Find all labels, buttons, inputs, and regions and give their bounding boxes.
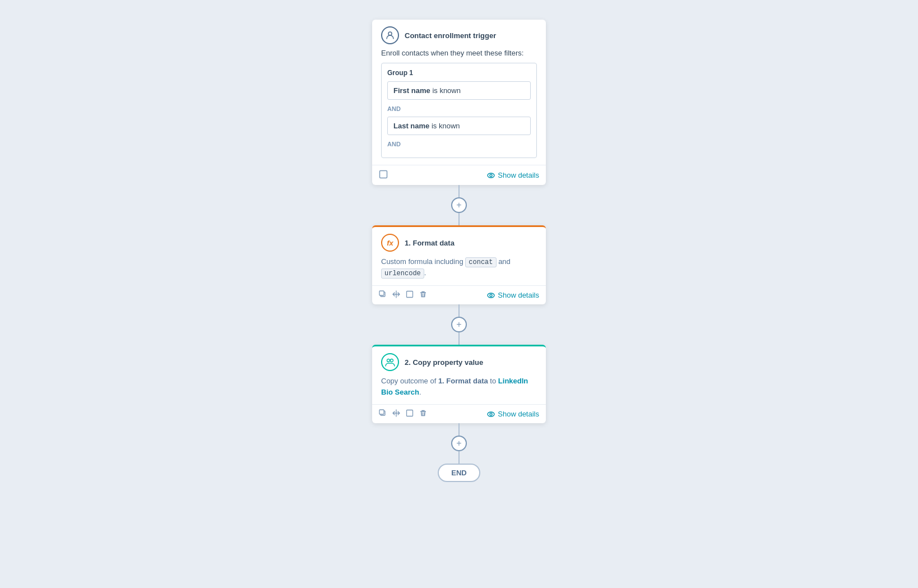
filter-field-lastname: Last name bbox=[393, 122, 429, 130]
add-step-button-1[interactable]: + bbox=[451, 197, 467, 213]
eye-icon-1 bbox=[487, 291, 495, 299]
vline-bottom-1 bbox=[458, 213, 460, 225]
edit-icon-2[interactable] bbox=[406, 409, 414, 419]
checkbox-icon[interactable] bbox=[379, 170, 388, 180]
action-2-footer: Show details bbox=[372, 404, 546, 423]
filter-group: Group 1 First name is known AND Last nam… bbox=[381, 63, 537, 158]
vline-top-1 bbox=[458, 185, 460, 197]
action-1-show-details-button[interactable]: Show details bbox=[487, 291, 539, 299]
trigger-footer: Show details bbox=[372, 165, 546, 185]
svg-point-14 bbox=[488, 412, 494, 416]
eye-icon bbox=[487, 172, 495, 179]
action-2-header: 2. Copy property value bbox=[372, 346, 546, 376]
filter-row-lastname[interactable]: Last name is known bbox=[387, 117, 531, 135]
svg-point-8 bbox=[490, 294, 492, 297]
move-icon-2[interactable] bbox=[392, 409, 400, 419]
action-card-2: 2. Copy property value Copy outcome of 1… bbox=[372, 345, 546, 423]
and-label-1: AND bbox=[387, 103, 531, 114]
eye-icon-2 bbox=[487, 410, 495, 418]
trigger-icon bbox=[381, 26, 399, 44]
action-2-footer-icons bbox=[379, 409, 427, 419]
action-2-title: 2. Copy property value bbox=[405, 358, 483, 367]
svg-rect-6 bbox=[407, 291, 413, 298]
filter-condition-firstname: is known bbox=[432, 86, 461, 95]
trigger-header: Contact enrollment trigger bbox=[372, 20, 546, 49]
action-1-footer-icons bbox=[379, 290, 427, 300]
svg-point-0 bbox=[388, 32, 392, 35]
svg-rect-12 bbox=[379, 410, 384, 414]
svg-point-2 bbox=[488, 173, 494, 178]
and-label-2: AND bbox=[387, 138, 531, 150]
svg-point-10 bbox=[391, 359, 393, 362]
action-1-icon: fx bbox=[381, 234, 399, 252]
workflow-canvas: Contact enrollment trigger Enroll contac… bbox=[372, 20, 546, 482]
add-step-button-3[interactable]: + bbox=[451, 436, 467, 451]
trigger-card: Contact enrollment trigger Enroll contac… bbox=[372, 20, 546, 185]
filter-condition-lastname: is known bbox=[432, 122, 460, 130]
action-2-description: Copy outcome of 1. Format data to Linked… bbox=[372, 376, 546, 404]
action-1-description: Custom formula including concat and urle… bbox=[372, 256, 546, 285]
action-1-footer: Show details bbox=[372, 285, 546, 304]
vline-bottom-3 bbox=[458, 451, 460, 464]
svg-point-3 bbox=[490, 174, 492, 177]
svg-rect-1 bbox=[380, 171, 387, 178]
action-2-icon bbox=[381, 353, 399, 371]
copy-icon-1[interactable] bbox=[379, 290, 387, 300]
group-label: Group 1 bbox=[387, 69, 531, 77]
action-2-show-details-button[interactable]: Show details bbox=[487, 410, 539, 418]
connector-3: + bbox=[372, 423, 546, 464]
connector-1: + bbox=[372, 185, 546, 225]
vline-top-2 bbox=[458, 304, 460, 317]
delete-icon-2[interactable] bbox=[419, 409, 427, 419]
action-card-1: fx 1. Format data Custom formula includi… bbox=[372, 225, 546, 304]
trigger-title: Contact enrollment trigger bbox=[405, 31, 496, 40]
action-1-header: fx 1. Format data bbox=[372, 227, 546, 256]
svg-rect-5 bbox=[379, 291, 384, 295]
svg-rect-13 bbox=[407, 410, 413, 416]
svg-point-15 bbox=[490, 413, 492, 415]
urlencode-code: urlencode bbox=[381, 268, 424, 279]
concat-code: concat bbox=[465, 257, 496, 267]
copy-icon-2[interactable] bbox=[379, 409, 387, 419]
add-step-button-2[interactable]: + bbox=[451, 317, 467, 332]
action-2-source: 1. Format data bbox=[438, 377, 488, 385]
filter-row-firstname[interactable]: First name is known bbox=[387, 81, 531, 100]
vline-bottom-2 bbox=[458, 332, 460, 345]
trigger-show-details-button[interactable]: Show details bbox=[487, 171, 539, 179]
enroll-subtitle: Enroll contacts when they meet these fil… bbox=[372, 49, 546, 63]
edit-icon-1[interactable] bbox=[406, 290, 414, 300]
svg-point-7 bbox=[488, 293, 494, 298]
svg-point-9 bbox=[387, 359, 390, 362]
end-node: END bbox=[438, 464, 480, 482]
delete-icon-1[interactable] bbox=[419, 290, 427, 300]
vline-top-3 bbox=[458, 423, 460, 436]
move-icon-1[interactable] bbox=[392, 290, 400, 300]
action-1-title: 1. Format data bbox=[405, 239, 455, 247]
filter-field-firstname: First name bbox=[393, 86, 430, 95]
connector-2: + bbox=[372, 304, 546, 345]
